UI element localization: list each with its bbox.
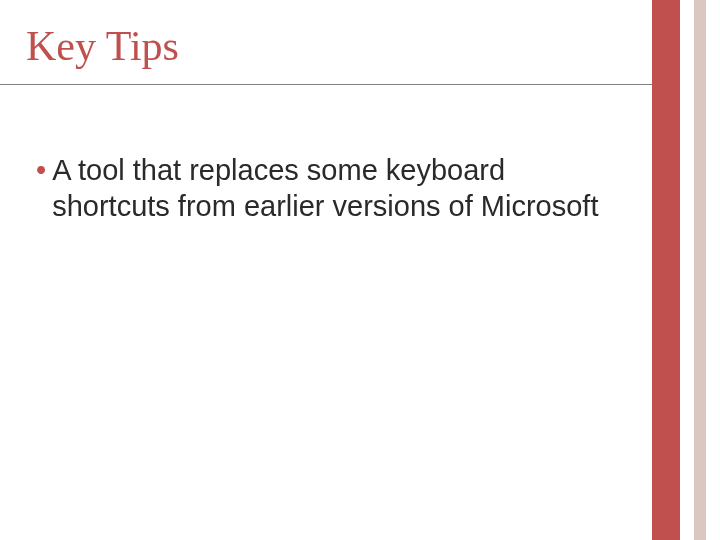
accent-thick-bar [652, 0, 680, 540]
slide-title: Key Tips [26, 22, 179, 70]
slide-container: Key Tips • A tool that replaces some key… [0, 0, 720, 540]
accent-sidebar [652, 0, 720, 540]
accent-right-gap [706, 0, 720, 540]
bullet-text: A tool that replaces some keyboard short… [52, 152, 600, 225]
title-underline [0, 84, 720, 85]
bullet-marker: • [36, 152, 46, 188]
accent-thin-bar [694, 0, 706, 540]
bullet-item: • A tool that replaces some keyboard sho… [36, 152, 600, 225]
content-area: • A tool that replaces some keyboard sho… [36, 152, 600, 225]
accent-gap [680, 0, 694, 540]
